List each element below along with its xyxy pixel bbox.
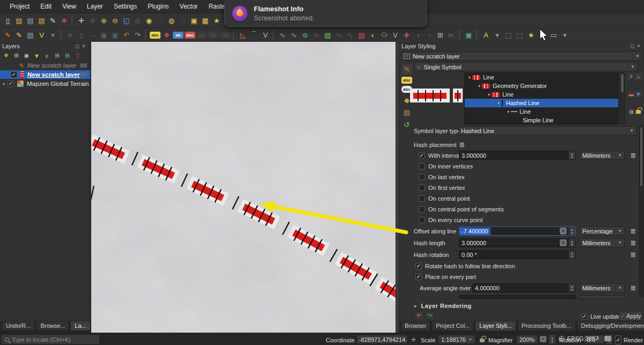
temporal-controller-icon[interactable]: ⋉	[447, 30, 457, 40]
with-interval-checkbox[interactable]	[419, 152, 425, 159]
new-3d-map-view-icon[interactable]: ▦	[200, 16, 210, 26]
layer-diagram-icon[interactable]: ❖	[162, 30, 172, 40]
add-part-icon[interactable]: ∿	[345, 30, 355, 40]
open-layer-styling-panel-icon[interactable]: ❖	[2, 51, 11, 60]
lock-colors-button[interactable]	[634, 108, 643, 116]
form-annotation-icon[interactable]: ▭	[548, 30, 559, 40]
on-every-curve-point-checkbox[interactable]	[419, 217, 425, 223]
spinner-arrows[interactable]: ▲▼	[568, 151, 575, 159]
zoom-next-icon[interactable]: ◌	[178, 16, 188, 26]
node-annotation-icon[interactable]: ⬚	[515, 30, 525, 40]
collapsed-arrow-icon[interactable]: ▸	[414, 303, 417, 309]
menu-edit[interactable]: Edit	[35, 1, 57, 12]
save-project-icon[interactable]: ▤	[25, 16, 35, 26]
live-update-checkbox[interactable]	[581, 313, 588, 320]
zoom-full-icon[interactable]: ◉	[144, 16, 154, 26]
undo-style-button[interactable]: ↶	[414, 312, 423, 320]
clear-value-icon[interactable]: ✕	[560, 227, 567, 234]
form-annotation-dropdown-icon[interactable]: ▾	[560, 30, 570, 40]
spinner-arrows[interactable]: ▲▼	[568, 239, 575, 247]
notification-popup[interactable]: Flameshot Info Screenshot aborted.	[224, 0, 427, 27]
simplify-feature-icon[interactable]: ▧	[323, 30, 333, 40]
labeling-options-icon[interactable]: ab	[173, 32, 184, 39]
tab-project-colors[interactable]: Project Col...	[431, 321, 474, 331]
tree-row-line-2[interactable]: ▾Line	[465, 90, 618, 99]
tab-undo-redo[interactable]: Undo/R...	[2, 321, 35, 331]
rotate-label-icon[interactable]: ab	[208, 32, 219, 39]
layer-item-new-scratch-layer[interactable]: New scratch layer	[0, 70, 90, 79]
layer-visibility-checkbox[interactable]	[8, 80, 14, 87]
paste-features-icon[interactable]: ▣	[110, 30, 120, 40]
undo-icon[interactable]: ↶	[121, 30, 131, 40]
float-panel-icon[interactable]: ◱	[74, 43, 80, 49]
on-central-point-of-segments-checkbox[interactable]	[419, 206, 425, 212]
data-source-manager-icon[interactable]: ▣	[464, 30, 474, 40]
split-features-icon[interactable]: ∿	[289, 30, 299, 40]
hash-length-spinbox[interactable]: 3.000000 ✕ ▲▼	[459, 238, 576, 247]
diagrams-tab-icon[interactable]: ▤	[402, 107, 412, 118]
data-defined-override-button[interactable]: ≣	[457, 140, 467, 149]
close-panel-icon[interactable]: ✕	[635, 43, 642, 49]
spinner-arrows[interactable]: ▲▼	[568, 227, 575, 235]
interval-unit-combo[interactable]: Millimeters ▼	[580, 151, 625, 160]
offset-along-line-spinbox[interactable]: -7.400000 ✕ ▲▼	[459, 226, 576, 236]
float-panel-icon[interactable]: ◱	[629, 43, 635, 49]
menu-layer[interactable]: Layer	[82, 1, 108, 12]
tab-browser-left[interactable]: Browse...	[36, 321, 69, 331]
data-defined-override-button[interactable]: ≣	[628, 226, 638, 235]
redo-icon[interactable]: ↷	[133, 30, 143, 40]
offset-unit-combo[interactable]: Percentage ▼	[580, 226, 625, 236]
on-first-vertex-checkbox[interactable]	[419, 185, 425, 191]
menu-plugins[interactable]: Plugins	[142, 1, 174, 12]
select-features-icon[interactable]: V	[260, 30, 270, 40]
menu-settings[interactable]: Settings	[108, 1, 142, 12]
magnifier-value-box[interactable]: 200%	[516, 335, 538, 344]
render-checkbox[interactable]	[615, 335, 621, 344]
delete-selected-icon[interactable]: ▯	[76, 30, 86, 40]
expand-arrow-icon[interactable]: ▾	[3, 82, 5, 86]
coordinate-value[interactable]: -828971,4794214	[356, 335, 408, 344]
on-inner-vertices-checkbox[interactable]	[419, 163, 425, 170]
rotate-feature-icon[interactable]: ∿	[311, 30, 321, 40]
tab-layer-styling[interactable]: Layer Styli...	[475, 321, 516, 331]
expand-all-icon[interactable]: ⊞	[53, 51, 62, 60]
bookmark-icon[interactable]: ★	[211, 16, 222, 26]
advanced-digitize-icon[interactable]: ✚	[401, 30, 412, 40]
remove-layer-icon[interactable]: ▯	[73, 51, 82, 60]
data-defined-override-button[interactable]: ≣	[628, 250, 638, 259]
change-label-icon[interactable]: ab	[220, 32, 231, 39]
zoom-in-icon[interactable]: ⊕	[99, 16, 109, 26]
vertex-tool-icon[interactable]: ×	[48, 30, 58, 40]
trim-extend-icon[interactable]: ⬭	[379, 30, 389, 40]
data-defined-override-button[interactable]: ≣	[628, 283, 638, 292]
add-line-feature-icon[interactable]: V	[36, 30, 47, 40]
filter-expression-icon[interactable]: ε	[42, 51, 52, 60]
label-toolbar-icon[interactable]: abc	[185, 32, 195, 39]
place-on-every-part-checkbox[interactable]	[415, 274, 422, 280]
apply-button[interactable]: ✓ Apply	[619, 311, 643, 321]
layer-item-mapzen-global-terrain[interactable]: ▾ Mapzen Global Terrain	[0, 79, 90, 88]
pan-map-icon[interactable]: ✛	[76, 16, 86, 26]
average-angle-spinbox[interactable]: 4.000000 ▲▼	[472, 283, 576, 292]
new-print-layout-icon[interactable]: ✎	[48, 16, 58, 26]
average-angle-unit-combo[interactable]: Millimeters ▼	[580, 283, 625, 292]
lock-scale-icon[interactable]	[480, 336, 485, 345]
tree-row-line[interactable]: ▾Line	[465, 73, 618, 82]
tab-browser[interactable]: Browser	[400, 321, 430, 331]
spinner-arrows[interactable]: ▲▼	[568, 251, 575, 259]
close-panel-icon[interactable]: ✕	[80, 43, 87, 49]
menu-view[interactable]: View	[57, 1, 82, 12]
annotation-dropdown-icon[interactable]: ▾	[492, 30, 502, 40]
merge-features-icon[interactable]: ⊚	[300, 30, 310, 40]
measure-icon[interactable]: ◺	[238, 30, 248, 40]
current-edits-icon[interactable]: ✎	[3, 30, 13, 40]
mouse-tracking-icon[interactable]: ✛	[411, 335, 416, 344]
new-annotation-star-icon[interactable]: ★	[526, 30, 536, 40]
tab-layers[interactable]: La...	[70, 321, 90, 331]
zoom-native-icon[interactable]: ◎	[133, 16, 143, 26]
rotate-hash-checkbox[interactable]	[415, 263, 422, 269]
tree-row-simple-line[interactable]: Simple Line	[465, 116, 618, 124]
zoom-to-selection-icon[interactable]: ◍	[166, 16, 177, 26]
styling-scrollbar[interactable]	[639, 126, 643, 297]
save-layer-edits-icon[interactable]: ▤	[25, 30, 35, 40]
